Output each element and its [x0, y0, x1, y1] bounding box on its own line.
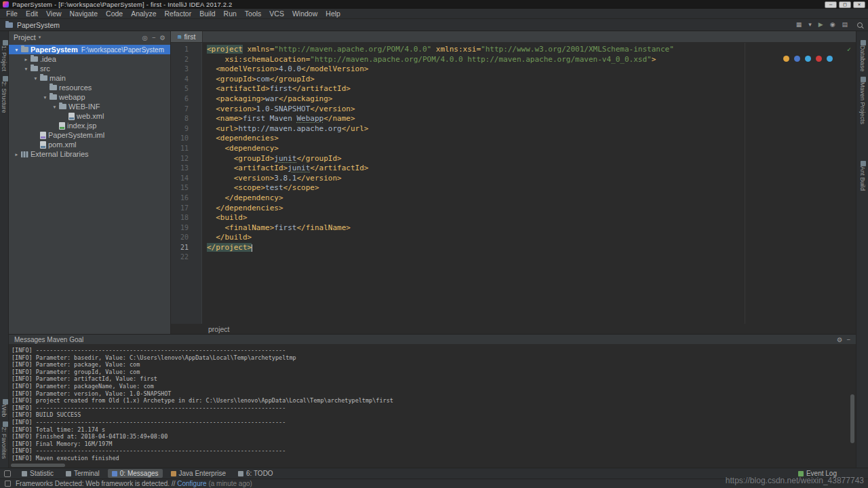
hide-icon[interactable]: −: [846, 336, 850, 343]
menu-item-refactor[interactable]: Refactor: [161, 9, 196, 18]
line-number: 17: [171, 204, 202, 214]
toolwindow-button-maven-projects[interactable]: Maven Projects: [859, 77, 866, 124]
tree-node-papersystem[interactable]: ▾PaperSystemF:\workspace\PaperSystem: [9, 45, 170, 54]
menu-item-vcs[interactable]: VCS: [265, 9, 288, 18]
opera-icon[interactable]: [816, 56, 822, 62]
project-tree[interactable]: ▾PaperSystemF:\workspace\PaperSystem▸.id…: [9, 43, 170, 334]
code-line-1: 1<project xmlns="http://maven.apache.org…: [171, 45, 856, 55]
minimize-button[interactable]: –: [825, 1, 837, 8]
firefox-icon[interactable]: [794, 56, 800, 62]
settings-icon[interactable]: ⚙: [159, 34, 165, 41]
tree-node-index-jsp[interactable]: index.jsp: [9, 121, 170, 130]
toolwindow-button-database[interactable]: Database: [859, 40, 866, 72]
locate-icon[interactable]: ◎: [142, 34, 148, 41]
menu-item-edit[interactable]: Edit: [22, 9, 42, 18]
menu-item-navigate[interactable]: Navigate: [66, 9, 102, 18]
editor-tab-first[interactable]: m first: [171, 31, 203, 42]
menu-item-analyze[interactable]: Analyze: [127, 9, 160, 18]
maximize-button[interactable]: □: [839, 1, 851, 8]
left-tool-stripe: 1: Project2: Structure Web2: Favorites: [0, 31, 9, 468]
toolwindow-button-2-structure[interactable]: 2: Structure: [1, 76, 8, 113]
chevron-down-icon[interactable]: ▾: [13, 47, 20, 53]
code-line-3: 3 <modelVersion>4.0.0</modelVersion>: [171, 64, 856, 75]
right-stripe-top-group: DatabaseMaven Projects: [859, 35, 866, 129]
chrome-icon[interactable]: [783, 56, 789, 62]
code-tokens: xsi:schemaLocation="http://maven.apache.…: [202, 55, 656, 65]
toolwindow-button-ant-build[interactable]: Ant Build: [859, 161, 866, 191]
toolwindow-button-java-enterprise[interactable]: Java Enterprise: [167, 469, 230, 478]
tree-node-resources[interactable]: resources: [9, 83, 170, 92]
coverage-icon[interactable]: ▤: [842, 22, 848, 28]
tree-node-label: webapp: [59, 93, 85, 101]
tree-node-src[interactable]: ▾src: [9, 64, 170, 73]
menu-item-run[interactable]: Run: [220, 9, 241, 18]
inspection-ok-icon[interactable]: ✓: [847, 45, 851, 55]
code-line-19: 19 <finalName>first</finalName>: [171, 223, 856, 233]
debug-icon[interactable]: ◉: [830, 22, 835, 28]
tree-node-idea[interactable]: ▸.idea: [9, 54, 170, 64]
code-line-5: 5 <artifactId>first</artifactId>: [171, 84, 856, 94]
line-number: 2: [171, 55, 202, 65]
chevron-down-icon[interactable]: ▾: [39, 35, 41, 40]
0-messages-icon: [112, 471, 117, 476]
toolwindow-button-0-messages[interactable]: 0: Messages: [108, 469, 163, 478]
chevron-down-icon[interactable]: ▾: [22, 66, 30, 72]
code-editor[interactable]: ✓ 1<project xmlns="http://maven.apache.o…: [171, 43, 856, 324]
collapse-all-icon[interactable]: −: [152, 34, 156, 41]
menu-item-code[interactable]: Code: [102, 9, 127, 18]
toolwindow-button-2-favorites[interactable]: 2: Favorites: [1, 421, 8, 459]
chevron-down-icon[interactable]: ▾: [51, 104, 58, 110]
messages-header-icons: ⚙−: [833, 336, 850, 343]
project-panel-title[interactable]: Project: [14, 33, 36, 41]
configure-link[interactable]: Configure: [177, 480, 206, 487]
status-message-text: Frameworks Detected: Web framework is de…: [16, 480, 175, 487]
breadcrumb-project-root[interactable]: PaperSystem: [17, 21, 60, 29]
console-line: [INFO] Parameter: packageName, Value: co…: [12, 383, 856, 390]
toolwindow-button-statistic[interactable]: Statistic: [18, 469, 58, 478]
tree-node-web-xml[interactable]: web.xml: [9, 111, 170, 121]
toolwindow-switcher-icon[interactable]: [4, 470, 11, 477]
code-tokens: <dependencies>: [202, 134, 279, 144]
run-icon[interactable]: ▶: [818, 22, 823, 28]
tree-node-external-libraries[interactable]: ▸External Libraries: [9, 149, 170, 159]
tree-node-webapp[interactable]: ▾webapp: [9, 92, 170, 102]
toolwindow-button-6-todo[interactable]: 6: TODO: [234, 469, 277, 478]
chevron-right-icon[interactable]: ▸: [22, 56, 30, 62]
menu-item-build[interactable]: Build: [195, 9, 219, 18]
close-button[interactable]: ×: [853, 1, 865, 8]
code-tokens: <url>http://maven.apache.org</url>: [202, 124, 368, 134]
chevron-down-icon[interactable]: ▾: [41, 94, 49, 100]
search-icon[interactable]: [857, 22, 863, 28]
tree-node-papersystem-iml[interactable]: PaperSystem.iml: [9, 130, 170, 140]
settings-icon[interactable]: ⚙: [837, 336, 843, 343]
run-config-dropdown-icon[interactable]: ▾: [808, 22, 812, 28]
safari-icon[interactable]: [805, 56, 811, 62]
toolwindow-button-terminal[interactable]: Terminal: [62, 469, 104, 478]
project-structure-icon[interactable]: ▦: [796, 22, 802, 28]
code-tokens: <artifactId>first</artifactId>: [202, 84, 351, 94]
ie-icon[interactable]: [827, 56, 833, 62]
editor-area: m first ✓ 1<project xmlns="http://maven.…: [171, 31, 856, 334]
tree-node-main[interactable]: ▾main: [9, 73, 170, 83]
tree-node-label: PaperSystem: [31, 45, 78, 54]
menu-item-file[interactable]: File: [2, 9, 22, 18]
tree-node-pom-xml[interactable]: pom.xml: [9, 140, 170, 149]
project-panel-icons: ◎−⚙: [138, 33, 165, 41]
menu-item-view[interactable]: View: [42, 9, 66, 18]
code-tokens: <packaging>war</packaging>: [202, 94, 332, 105]
folder-icon: [50, 94, 57, 100]
toolwindow-toggle-icon[interactable]: [5, 481, 11, 487]
toolwindow-button-1-project[interactable]: 1: Project: [1, 40, 8, 71]
menu-item-window[interactable]: Window: [288, 9, 321, 18]
maven-console-output[interactable]: [INFO] ---------------------------------…: [9, 345, 856, 468]
chevron-right-icon[interactable]: ▸: [13, 151, 20, 157]
chevron-down-icon[interactable]: ▾: [32, 75, 39, 81]
tree-node-web-inf[interactable]: ▾WEB-INF: [9, 102, 170, 111]
left-stripe-bottom-group: Web2: Favorites: [1, 394, 8, 464]
breadcrumb-item-project[interactable]: project: [208, 325, 230, 333]
horizontal-scrollbar-thumb[interactable]: [11, 464, 65, 467]
menu-item-tools[interactable]: Tools: [241, 9, 266, 18]
toolwindow-button-web[interactable]: Web: [1, 399, 8, 417]
menu-item-help[interactable]: Help: [321, 9, 344, 18]
vertical-scrollbar-thumb[interactable]: [850, 394, 854, 443]
